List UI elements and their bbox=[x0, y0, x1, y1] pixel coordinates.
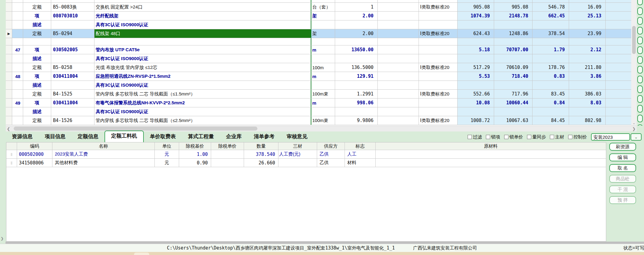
tab-inactive[interactable]: 清单参考 bbox=[248, 131, 281, 142]
cell-quantity[interactable]: 2.00 bbox=[335, 12, 378, 20]
cell-total-price[interactable]: 70707.00 bbox=[494, 45, 533, 54]
cell-seq[interactable]: 49 bbox=[12, 99, 23, 107]
cell-unit-price[interactable]: 624.43 bbox=[458, 29, 494, 38]
button-取名[interactable]: 取 名 bbox=[609, 164, 636, 172]
cell-blank[interactable] bbox=[378, 20, 419, 29]
cell-labor-price[interactable] bbox=[533, 107, 569, 116]
cell-code[interactable] bbox=[51, 54, 94, 63]
cell-name[interactable]: 光缆 布放光缆 管内穿放 ≤12芯 bbox=[94, 63, 311, 72]
quick-nav-button[interactable] bbox=[637, 0, 643, 5]
row-selector[interactable] bbox=[6, 12, 12, 20]
cell-blank[interactable] bbox=[378, 90, 419, 98]
cell-quantity[interactable] bbox=[335, 54, 378, 63]
estimate-row[interactable]: 49项030411004有毒气体报警系统总线NH-KVVP-2*2.5mm2m9… bbox=[6, 99, 631, 107]
cell-tail[interactable] bbox=[606, 90, 631, 98]
hscroll-right-arrow-icon[interactable]: ❯ bbox=[631, 126, 637, 131]
cell-tail[interactable] bbox=[606, 116, 631, 125]
cell-material-price[interactable] bbox=[569, 0, 606, 2]
cell-seq[interactable] bbox=[12, 116, 23, 125]
cell-blank[interactable] bbox=[378, 116, 419, 125]
cell-material-price[interactable]: 3.86 bbox=[569, 72, 606, 81]
quick-nav-button[interactable] bbox=[637, 17, 643, 25]
cell-row-type[interactable]: 项 bbox=[23, 72, 51, 81]
cell-sancai[interactable] bbox=[278, 159, 317, 167]
cell-seq[interactable]: 48 bbox=[12, 72, 23, 81]
cell-row-type[interactable]: 定额 bbox=[23, 90, 51, 98]
cell-name[interactable]: 光纤配线架 bbox=[94, 12, 311, 20]
cell-blank[interactable] bbox=[378, 81, 419, 89]
cell-material-price[interactable]: 386.03 bbox=[569, 90, 606, 98]
estimate-row[interactable]: 定额B4-1525管内穿线 多芯软导线 二芯 导线截面（≤1.5mm²）100m… bbox=[6, 90, 631, 99]
cell-material-price[interactable] bbox=[569, 54, 606, 63]
cell-quantity[interactable] bbox=[335, 107, 378, 116]
cell-material-price[interactable] bbox=[569, 38, 606, 45]
cell-name[interactable]: 具有3C认证 ISO9000认证 bbox=[94, 54, 311, 63]
estimate-row[interactable]: 定额B4-1526管内穿线 多芯软导线 二芯 导线截面（≤2.5mm²）100m… bbox=[6, 116, 631, 125]
cell-tail[interactable] bbox=[606, 12, 631, 20]
cell-tail[interactable] bbox=[606, 0, 631, 2]
cell-total-price[interactable]: 2148.78 bbox=[494, 12, 533, 20]
cell-fee-standard[interactable] bbox=[419, 0, 458, 2]
cell-resource-unit[interactable]: 元 bbox=[155, 159, 179, 167]
cell-unit[interactable] bbox=[311, 20, 335, 29]
cell-labor-price[interactable]: 378.54 bbox=[533, 29, 569, 38]
estimate-row[interactable]: 定额B5-0258光缆 布放光缆 管内穿放 ≤12芯100m136.5000Ⅰ类… bbox=[6, 63, 631, 72]
cell-unit-price[interactable] bbox=[458, 38, 494, 45]
cell-unit[interactable] bbox=[311, 107, 335, 116]
checkbox-box[interactable] bbox=[504, 135, 508, 139]
cell-unit[interactable]: 架 bbox=[311, 29, 335, 38]
cell-name[interactable]: 具有3C认证 ISO9000认证 bbox=[94, 20, 311, 29]
cell-row-type[interactable]: 定额 bbox=[23, 116, 51, 125]
tab-active[interactable]: 定额工料机 bbox=[104, 131, 144, 142]
cell-seq[interactable] bbox=[12, 81, 23, 89]
cell-seq[interactable]: 47 bbox=[12, 45, 23, 54]
cell-name[interactable]: 具有3C认证 ISO9000认证 bbox=[94, 81, 311, 89]
checkbox-box[interactable] bbox=[568, 135, 572, 139]
cell-unit-price[interactable]: 5.53 bbox=[458, 72, 494, 81]
cell-row-type[interactable]: 定额 bbox=[23, 3, 51, 11]
cell-unit[interactable] bbox=[311, 38, 335, 45]
cell-quantity[interactable]: 136.5000 bbox=[335, 63, 378, 72]
cell-unit[interactable]: 100m bbox=[311, 63, 335, 72]
button-编辑[interactable]: 编 辑 bbox=[609, 153, 636, 161]
cell-seq[interactable] bbox=[12, 107, 23, 116]
estimate-row[interactable]: 48项030411004应急照明通讯线ZN-RVSP-2*1.5mm2m129.… bbox=[6, 72, 631, 81]
cell-unit-price[interactable]: 1008.72 bbox=[458, 116, 494, 125]
vscroll-thumb[interactable] bbox=[632, 26, 636, 54]
cell-labor-price[interactable] bbox=[533, 54, 569, 63]
cell-fee-standard[interactable]: Ⅰ类取费标准20 bbox=[419, 63, 458, 72]
cell-blank[interactable] bbox=[378, 72, 419, 81]
cell-total-price[interactable]: 10067.63 bbox=[494, 116, 533, 125]
cell-fee-standard[interactable] bbox=[419, 72, 458, 81]
row-selector[interactable] bbox=[6, 116, 12, 125]
cell-total-price[interactable] bbox=[494, 54, 533, 63]
cell-row-type[interactable]: 描述 bbox=[23, 81, 51, 89]
cell-blank[interactable] bbox=[378, 45, 419, 54]
cell-quantity[interactable]: 2.00 bbox=[335, 29, 378, 38]
estimate-row[interactable]: 描述具有3C认证 ISO9000认证 bbox=[6, 0, 631, 3]
cell-unit-price[interactable] bbox=[458, 107, 494, 116]
quick-nav-button[interactable] bbox=[637, 76, 643, 83]
cell-tail[interactable] bbox=[606, 63, 631, 72]
cell-flag[interactable]: 人工 bbox=[345, 150, 376, 158]
cell-resource-code[interactable]: 000502000 bbox=[17, 150, 52, 158]
cell-fee-standard[interactable] bbox=[419, 45, 458, 54]
row-selector[interactable] bbox=[6, 45, 12, 54]
cell-name[interactable]: 应急照明通讯线ZN-RVSP-2*1.5mm2 bbox=[94, 72, 311, 81]
cell-labor-price[interactable]: 546.78 bbox=[533, 3, 569, 11]
cell-row-type[interactable]: 项 bbox=[23, 99, 51, 107]
cell-blank[interactable] bbox=[378, 63, 419, 72]
quick-nav-button[interactable] bbox=[637, 85, 643, 93]
cell-resource-name[interactable]: 其他材料费 bbox=[52, 159, 155, 167]
cell-code[interactable]: 030502005 bbox=[51, 45, 94, 54]
cell-material-price[interactable]: 8.03 bbox=[569, 99, 606, 107]
cell-material-price[interactable] bbox=[569, 20, 606, 29]
checkbox-box[interactable] bbox=[468, 135, 472, 139]
cell-fee-standard[interactable] bbox=[419, 99, 458, 107]
cell-seq[interactable] bbox=[12, 0, 23, 2]
cell-tail[interactable] bbox=[606, 72, 631, 81]
cell-blank[interactable] bbox=[378, 54, 419, 63]
cell-total-price[interactable] bbox=[494, 20, 533, 29]
cell-tail[interactable] bbox=[606, 29, 631, 38]
cell-resource-qty[interactable]: 26.660 bbox=[244, 159, 278, 167]
